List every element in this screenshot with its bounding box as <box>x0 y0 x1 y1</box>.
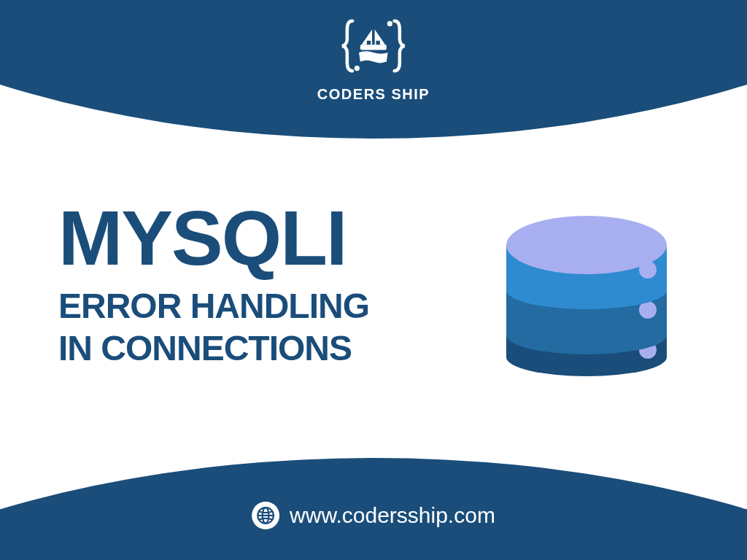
footer: www.codersship.com <box>252 502 495 529</box>
database-icon <box>484 182 689 386</box>
svg-point-0 <box>355 66 360 71</box>
ship-in-braces-icon <box>341 13 406 79</box>
svg-point-11 <box>506 216 667 274</box>
website-url: www.codersship.com <box>290 503 495 528</box>
globe-icon <box>252 502 279 529</box>
brand-name: CODERS SHIP <box>317 86 430 103</box>
svg-rect-2 <box>372 28 375 47</box>
svg-rect-5 <box>376 41 380 44</box>
main-content: MYSQLI ERROR HANDLING IN CONNECTIONS <box>58 182 689 386</box>
svg-point-1 <box>387 21 392 26</box>
main-title: MYSQLI <box>58 199 369 276</box>
subtitle-line-2: IN CONNECTIONS <box>58 327 369 370</box>
svg-rect-3 <box>360 44 387 50</box>
brand-logo-area: CODERS SHIP <box>317 13 430 103</box>
svg-rect-4 <box>367 41 371 44</box>
subtitle-line-1: ERROR HANDLING <box>58 285 369 327</box>
headline-block: MYSQLI ERROR HANDLING IN CONNECTIONS <box>58 199 369 369</box>
